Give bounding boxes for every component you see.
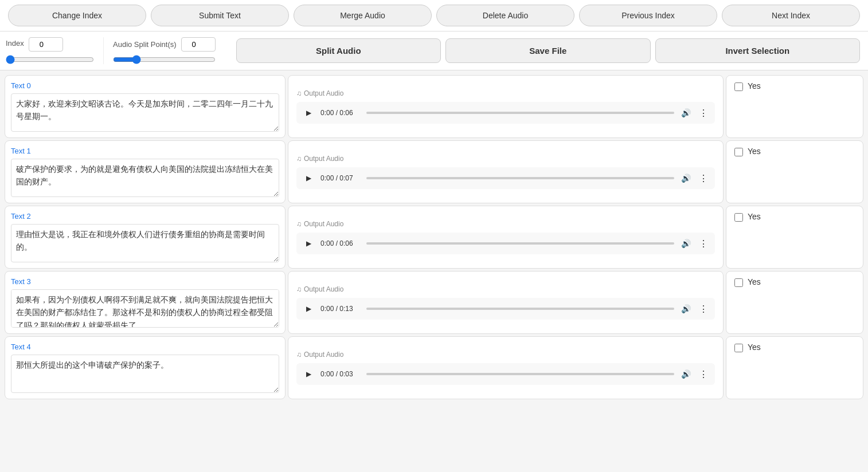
content-row: Text 4 那恒大所提出的这个申请破产保护的案子。 ♫ Output Audi… [5, 336, 863, 399]
more-button-2[interactable]: ⋮ [698, 238, 709, 249]
yes-checkbox-0[interactable] [734, 82, 743, 91]
audio-split-section: Audio Split Point(s) [103, 37, 225, 64]
play-button-0[interactable] [302, 107, 315, 119]
text-label-4: Text 4 [11, 343, 279, 351]
time-display-0: 0:00 / 0:06 [320, 109, 361, 117]
yes-checkbox-4[interactable] [734, 344, 743, 352]
progress-bar-2[interactable] [366, 242, 674, 245]
audio-player-2: 0:00 / 0:06 🔊 ⋮ [296, 233, 715, 254]
main-content: Text 0 大家好，欢迎来到文昭谈古论。今天是加东时间，二零二四年一月二十九号… [0, 70, 868, 404]
text-label-3: Text 3 [11, 277, 279, 286]
audio-label-0: ♫ Output Audio [296, 89, 715, 97]
index-section: Index [6, 37, 103, 64]
more-button-4[interactable]: ⋮ [698, 369, 709, 380]
submit-text-button[interactable]: Submit Text [151, 5, 289, 26]
progress-bar-4[interactable] [366, 373, 674, 375]
audio-box-2: ♫ Output Audio 0:00 / 0:06 🔊 ⋮ [288, 206, 724, 269]
music-icon-1: ♫ [296, 155, 302, 163]
text-box-3: Text 3 如果有，因为个别债权人啊得不到满足就不爽，就向美国法院提告把恒大在… [5, 271, 286, 334]
invert-selection-button[interactable]: Invert Selection [655, 38, 860, 63]
checkbox-box-3: Yes [726, 271, 863, 334]
text-box-0: Text 0 大家好，欢迎来到文昭谈古论。今天是加东时间，二零二四年一月二十九号… [5, 75, 286, 138]
audio-split-input[interactable] [181, 37, 216, 52]
time-display-1: 0:00 / 0:07 [320, 174, 361, 182]
text-label-0: Text 0 [11, 81, 279, 90]
music-icon-4: ♫ [296, 351, 302, 359]
volume-button-1[interactable]: 🔊 [680, 174, 692, 183]
play-button-1[interactable] [302, 172, 315, 184]
audio-box-0: ♫ Output Audio 0:00 / 0:06 🔊 ⋮ [288, 75, 724, 138]
index-input[interactable] [29, 37, 63, 52]
text-area-1[interactable]: 破产保护的要求，为的就是避免有债权人向美国的法院提出冻结恒大在美国的财产。 [11, 159, 279, 197]
play-button-3[interactable] [302, 302, 315, 315]
progress-bar-0[interactable] [366, 112, 674, 114]
merge-audio-button[interactable]: Merge Audio [294, 5, 432, 26]
audio-player-3: 0:00 / 0:13 🔊 ⋮ [296, 298, 715, 320]
text-box-2: Text 2 理由恒大是说，我正在和境外债权人们进行债务重组的协商是需要时间的。 [5, 206, 286, 269]
more-button-3[interactable]: ⋮ [698, 304, 709, 314]
yes-checkbox-2[interactable] [734, 213, 743, 222]
text-label-1: Text 1 [11, 147, 279, 155]
volume-button-2[interactable]: 🔊 [680, 239, 692, 248]
text-area-3[interactable]: 如果有，因为个别债权人啊得不到满足就不爽，就向美国法院提告把恒大在美国的财产都冻… [11, 289, 279, 328]
next-index-button[interactable]: Next Index [722, 5, 860, 26]
index-slider[interactable] [6, 55, 94, 64]
audio-player-4: 0:00 / 0:03 🔊 ⋮ [296, 363, 715, 385]
text-area-0[interactable]: 大家好，欢迎来到文昭谈古论。今天是加东时间，二零二四年一月二十九号星期一。 [11, 93, 279, 132]
audio-player-0: 0:00 / 0:06 🔊 ⋮ [296, 102, 715, 124]
audio-player-1: 0:00 / 0:07 🔊 ⋮ [296, 167, 715, 189]
text-area-2[interactable]: 理由恒大是说，我正在和境外债权人们进行债务重组的协商是需要时间的。 [11, 224, 279, 262]
time-display-3: 0:00 / 0:13 [320, 305, 361, 313]
previous-index-button[interactable]: Previous Index [579, 5, 717, 26]
audio-label-2: ♫ Output Audio [296, 220, 715, 228]
time-display-2: 0:00 / 0:06 [320, 239, 361, 247]
yes-label-1: Yes [748, 147, 761, 156]
index-label: Index [6, 39, 24, 48]
content-row: Text 2 理由恒大是说，我正在和境外债权人们进行债务重组的协商是需要时间的。… [5, 206, 863, 269]
audio-split-slider[interactable] [113, 55, 216, 64]
toolbar: Change Index Submit Text Merge Audio Del… [0, 0, 868, 32]
split-audio-button[interactable]: Split Audio [236, 38, 441, 63]
audio-split-label: Audio Split Point(s) [113, 40, 177, 49]
text-area-4[interactable]: 那恒大所提出的这个申请破产保护的案子。 [11, 355, 279, 393]
yes-label-3: Yes [748, 277, 761, 286]
checkbox-box-0: Yes [726, 75, 863, 138]
action-panel: Split Audio Save File Invert Selection [234, 38, 862, 63]
more-button-0[interactable]: ⋮ [698, 108, 709, 119]
text-box-4: Text 4 那恒大所提出的这个申请破产保护的案子。 [5, 336, 286, 399]
music-icon-2: ♫ [296, 220, 302, 228]
audio-label-4: ♫ Output Audio [296, 351, 715, 359]
delete-audio-button[interactable]: Delete Audio [436, 5, 574, 26]
save-file-button[interactable]: Save File [445, 38, 650, 63]
play-button-4[interactable] [302, 368, 315, 380]
progress-bar-1[interactable] [366, 177, 674, 179]
checkbox-box-2: Yes [726, 206, 863, 269]
content-row: Text 0 大家好，欢迎来到文昭谈古论。今天是加东时间，二零二四年一月二十九号… [5, 75, 863, 138]
checkbox-box-1: Yes [726, 140, 863, 203]
controls-panel: Index Audio Split Point(s) Split Audio S… [0, 32, 868, 70]
checkbox-box-4: Yes [726, 336, 863, 399]
content-row: Text 1 破产保护的要求，为的就是避免有债权人向美国的法院提出冻结恒大在美国… [5, 140, 863, 203]
audio-box-3: ♫ Output Audio 0:00 / 0:13 🔊 ⋮ [288, 271, 724, 334]
audio-label-3: ♫ Output Audio [296, 285, 715, 293]
audio-box-1: ♫ Output Audio 0:00 / 0:07 🔊 ⋮ [288, 140, 724, 203]
volume-button-3[interactable]: 🔊 [680, 304, 692, 313]
content-row: Text 3 如果有，因为个别债权人啊得不到满足就不爽，就向美国法院提告把恒大在… [5, 271, 863, 334]
yes-label-2: Yes [748, 212, 761, 221]
volume-button-0[interactable]: 🔊 [680, 108, 692, 117]
yes-checkbox-3[interactable] [734, 278, 743, 287]
text-box-1: Text 1 破产保护的要求，为的就是避免有债权人向美国的法院提出冻结恒大在美国… [5, 140, 286, 203]
play-button-2[interactable] [302, 237, 315, 250]
music-icon-3: ♫ [296, 285, 302, 293]
volume-button-4[interactable]: 🔊 [680, 369, 692, 379]
progress-bar-3[interactable] [366, 308, 674, 310]
more-button-1[interactable]: ⋮ [698, 173, 709, 184]
change-index-button[interactable]: Change Index [8, 5, 146, 26]
audio-label-1: ♫ Output Audio [296, 155, 715, 163]
music-icon-0: ♫ [296, 89, 302, 97]
text-label-2: Text 2 [11, 212, 279, 221]
time-display-4: 0:00 / 0:03 [320, 370, 361, 378]
yes-label-0: Yes [748, 81, 761, 91]
yes-label-4: Yes [748, 343, 761, 352]
yes-checkbox-1[interactable] [734, 148, 743, 156]
